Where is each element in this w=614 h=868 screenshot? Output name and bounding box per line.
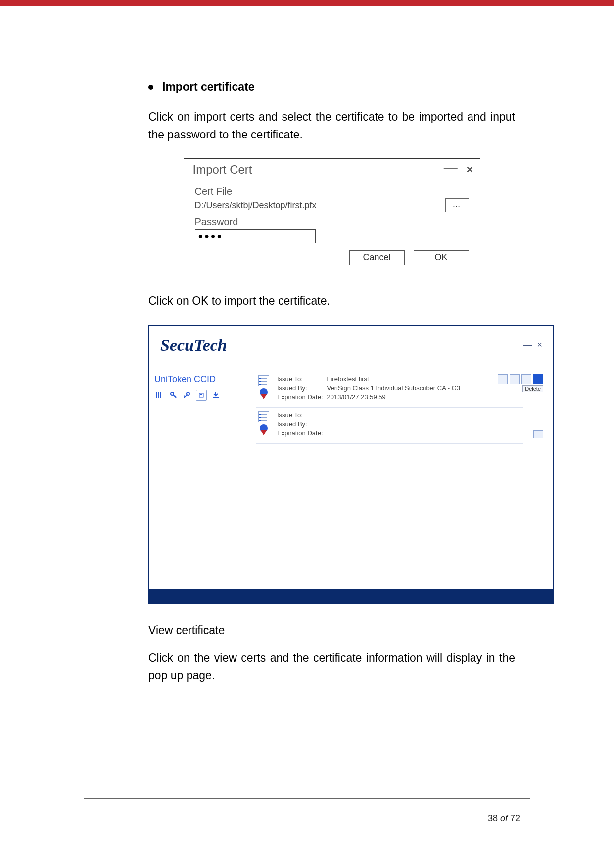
expiration-value: 2013/01/27 23:59:59 bbox=[327, 393, 464, 401]
cert-action-toolbar bbox=[498, 374, 543, 384]
svg-rect-0 bbox=[156, 392, 157, 398]
certificate-card[interactable]: Issue To: Firefoxtest first Issued By: V… bbox=[256, 371, 523, 408]
ribbon-icon bbox=[260, 388, 268, 396]
cert-file-path[interactable]: D:/Users/sktbj/Desktop/first.pfx bbox=[195, 199, 436, 212]
view-cert-icon[interactable] bbox=[498, 374, 508, 384]
import-cert-dialog: Import Cert — × Cert File D:/Users/sktbj… bbox=[184, 158, 480, 274]
ok-button[interactable]: OK bbox=[414, 250, 469, 265]
secutech-app-window: SecuTech — × UniToken CCID bbox=[148, 325, 554, 604]
issued-by-value bbox=[327, 420, 330, 428]
issue-to-label: Issue To: bbox=[277, 411, 326, 419]
issued-by-value: VeriSign Class 1 Individual Subscriber C… bbox=[327, 384, 464, 392]
app-main-panel: Issue To: Firefoxtest first Issued By: V… bbox=[253, 365, 553, 589]
paragraph-view-instruction: Click on the view certs and the certific… bbox=[148, 649, 515, 685]
expiration-label: Expiration Date: bbox=[277, 429, 326, 437]
browse-button[interactable]: … bbox=[445, 198, 469, 212]
key-icon[interactable] bbox=[168, 390, 178, 400]
issued-by-label: Issued By: bbox=[277, 420, 326, 428]
svg-rect-6 bbox=[199, 393, 203, 397]
page-current: 38 bbox=[488, 813, 498, 823]
list-icon bbox=[258, 375, 269, 386]
barcode-icon[interactable] bbox=[154, 390, 164, 400]
app-close-icon[interactable]: × bbox=[537, 340, 542, 350]
page-sep: of bbox=[500, 813, 508, 823]
sidebar-device-title[interactable]: UniToken CCID bbox=[154, 374, 248, 385]
cert-file-label: Cert File bbox=[195, 186, 469, 197]
cert-type-icon bbox=[256, 374, 271, 402]
export-cert-icon[interactable] bbox=[510, 374, 520, 384]
key2-icon[interactable] bbox=[182, 390, 192, 400]
cert-info-block: Issue To: Issued By: Expiration Date: bbox=[276, 411, 523, 438]
edit-cert-icon[interactable] bbox=[521, 374, 531, 384]
issued-by-label: Issued By: bbox=[277, 384, 326, 392]
issue-to-value bbox=[327, 411, 330, 419]
dialog-titlebar: Import Cert — × bbox=[184, 159, 480, 179]
app-footer-bar bbox=[149, 589, 553, 603]
app-topbar: SecuTech — × bbox=[149, 326, 553, 365]
cert-type-icon bbox=[256, 411, 271, 438]
page-number: 38 of 72 bbox=[488, 813, 520, 823]
svg-rect-1 bbox=[158, 392, 159, 398]
page-total: 72 bbox=[510, 813, 520, 823]
cancel-button[interactable]: Cancel bbox=[349, 250, 405, 265]
delete-cert-icon[interactable] bbox=[533, 374, 543, 384]
secutech-logo: SecuTech bbox=[160, 336, 227, 355]
footer-divider bbox=[84, 798, 530, 799]
cert-info-block: Issue To: Firefoxtest first Issued By: V… bbox=[276, 374, 523, 402]
ribbon-icon bbox=[260, 424, 268, 432]
minimize-icon[interactable]: — bbox=[444, 165, 458, 170]
app-sidebar: UniToken CCID bbox=[149, 365, 253, 589]
issue-to-label: Issue To: bbox=[277, 375, 326, 383]
bullet-heading: Import certificate bbox=[148, 80, 515, 93]
app-minimize-icon[interactable]: — bbox=[523, 340, 532, 350]
view-certificate-heading: View certificate bbox=[148, 622, 515, 640]
expiration-value bbox=[327, 429, 330, 437]
certificate-card[interactable]: Issue To: Issued By: Expiration Date: bbox=[256, 408, 523, 444]
svg-rect-7 bbox=[200, 394, 202, 395]
paragraph-import-instruction: Click on import certs and select the cer… bbox=[148, 108, 515, 143]
expiration-label: Expiration Date: bbox=[277, 393, 326, 401]
svg-rect-3 bbox=[162, 392, 162, 398]
password-label: Password bbox=[195, 216, 469, 228]
import-icon[interactable] bbox=[211, 390, 221, 400]
close-icon[interactable]: × bbox=[467, 163, 473, 176]
delete-tooltip: Delete bbox=[522, 385, 543, 392]
document-icon[interactable] bbox=[196, 390, 207, 401]
svg-rect-8 bbox=[200, 396, 202, 396]
password-input[interactable]: ●●●● bbox=[195, 229, 316, 243]
svg-rect-2 bbox=[160, 392, 161, 398]
top-red-accent bbox=[0, 0, 614, 6]
expand-icon[interactable] bbox=[533, 430, 543, 438]
list-icon bbox=[258, 411, 269, 422]
issue-to-value: Firefoxtest first bbox=[327, 375, 464, 383]
bullet-dot-icon bbox=[148, 85, 153, 90]
dialog-title: Import Cert bbox=[193, 163, 252, 177]
sidebar-icon-row bbox=[154, 390, 248, 401]
paragraph-ok-instruction: Click on OK to import the certificate. bbox=[148, 292, 515, 310]
section-heading: Import certificate bbox=[162, 80, 255, 93]
